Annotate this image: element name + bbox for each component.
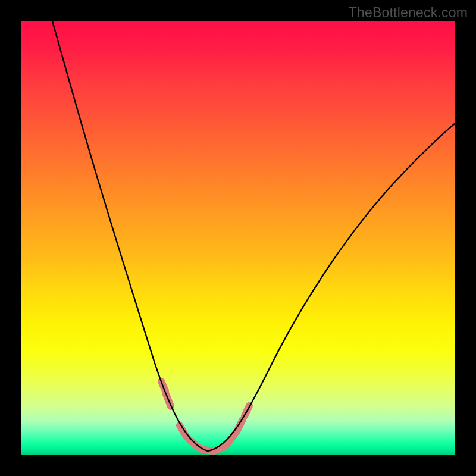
svg-line-3 [189, 440, 199, 448]
watermark-label: TheBottleneck.com [349, 5, 468, 21]
chart-plot-area [21, 21, 455, 455]
chart-svg [21, 21, 455, 455]
chart-frame: TheBottleneck.com [0, 0, 476, 476]
band-markers [161, 381, 249, 451]
bottleneck-curve [51, 21, 455, 451]
